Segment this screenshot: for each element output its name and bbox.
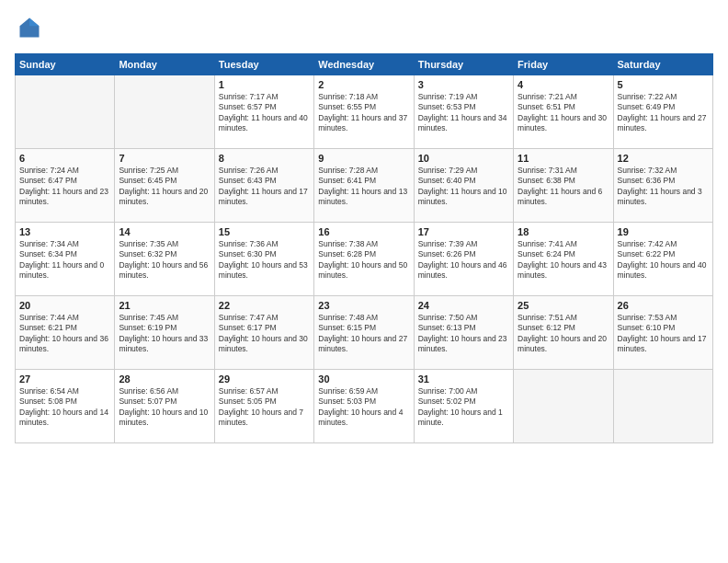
day-number: 21 — [119, 300, 210, 311]
day-info: Sunrise: 6:57 AM Sunset: 5:05 PM Dayligh… — [219, 386, 310, 429]
day-number: 8 — [219, 153, 310, 164]
day-info: Sunrise: 7:29 AM Sunset: 6:40 PM Dayligh… — [418, 166, 509, 208]
calendar-day-cell: 5Sunrise: 7:22 AM Sunset: 6:49 PM Daylig… — [613, 75, 712, 149]
weekday-header-cell: Saturday — [613, 54, 712, 75]
weekday-header-cell: Wednesday — [314, 54, 414, 75]
calendar-day-cell — [613, 370, 712, 443]
day-info: Sunrise: 7:31 AM Sunset: 6:38 PM Dayligh… — [518, 166, 609, 208]
day-info: Sunrise: 7:41 AM Sunset: 6:24 PM Dayligh… — [518, 239, 609, 282]
day-number: 4 — [518, 79, 609, 90]
calendar-day-cell: 13Sunrise: 7:34 AM Sunset: 6:34 PM Dayli… — [16, 223, 115, 296]
day-info: Sunrise: 7:18 AM Sunset: 6:55 PM Dayligh… — [318, 92, 409, 134]
calendar-day-cell: 15Sunrise: 7:36 AM Sunset: 6:30 PM Dayli… — [214, 223, 313, 296]
day-info: Sunrise: 7:48 AM Sunset: 6:15 PM Dayligh… — [318, 313, 409, 355]
calendar-day-cell: 26Sunrise: 7:53 AM Sunset: 6:10 PM Dayli… — [613, 296, 712, 370]
calendar-day-cell: 14Sunrise: 7:35 AM Sunset: 6:32 PM Dayli… — [115, 223, 214, 296]
day-info: Sunrise: 7:24 AM Sunset: 6:47 PM Dayligh… — [19, 166, 110, 208]
calendar-day-cell: 22Sunrise: 7:47 AM Sunset: 6:17 PM Dayli… — [214, 296, 313, 370]
calendar-week-row: 27Sunrise: 6:54 AM Sunset: 5:08 PM Dayli… — [16, 370, 713, 443]
calendar-week-row: 6Sunrise: 7:24 AM Sunset: 6:47 PM Daylig… — [16, 149, 713, 223]
calendar-day-cell — [16, 75, 115, 149]
day-number: 13 — [19, 226, 110, 237]
calendar-day-cell: 1Sunrise: 7:17 AM Sunset: 6:57 PM Daylig… — [214, 75, 313, 149]
weekday-header-cell: Thursday — [414, 54, 513, 75]
day-number: 18 — [518, 226, 609, 237]
day-number: 22 — [219, 300, 310, 311]
day-number: 19 — [618, 226, 709, 237]
day-number: 29 — [219, 373, 310, 385]
calendar-day-cell: 27Sunrise: 6:54 AM Sunset: 5:08 PM Dayli… — [16, 370, 115, 443]
calendar-day-cell: 31Sunrise: 7:00 AM Sunset: 5:02 PM Dayli… — [414, 370, 513, 443]
day-number: 6 — [19, 153, 110, 164]
day-info: Sunrise: 7:38 AM Sunset: 6:28 PM Dayligh… — [318, 239, 409, 282]
day-number: 2 — [318, 79, 409, 90]
day-number: 30 — [318, 373, 409, 385]
calendar-day-cell: 12Sunrise: 7:32 AM Sunset: 6:36 PM Dayli… — [613, 149, 712, 223]
day-info: Sunrise: 6:59 AM Sunset: 5:03 PM Dayligh… — [318, 386, 409, 429]
day-number: 12 — [618, 153, 709, 164]
calendar-day-cell: 6Sunrise: 7:24 AM Sunset: 6:47 PM Daylig… — [16, 149, 115, 223]
weekday-header-cell: Friday — [514, 54, 613, 75]
calendar-day-cell: 30Sunrise: 6:59 AM Sunset: 5:03 PM Dayli… — [314, 370, 414, 443]
day-info: Sunrise: 7:32 AM Sunset: 6:36 PM Dayligh… — [618, 166, 709, 208]
day-info: Sunrise: 6:54 AM Sunset: 5:08 PM Dayligh… — [19, 386, 110, 429]
calendar-day-cell: 29Sunrise: 6:57 AM Sunset: 5:05 PM Dayli… — [214, 370, 313, 443]
calendar-day-cell: 10Sunrise: 7:29 AM Sunset: 6:40 PM Dayli… — [414, 149, 513, 223]
day-number: 15 — [219, 226, 310, 237]
day-number: 26 — [618, 300, 709, 311]
day-info: Sunrise: 7:25 AM Sunset: 6:45 PM Dayligh… — [119, 166, 210, 208]
day-info: Sunrise: 7:44 AM Sunset: 6:21 PM Dayligh… — [19, 313, 110, 355]
day-number: 14 — [119, 226, 210, 237]
day-number: 3 — [418, 79, 509, 90]
logo — [15, 15, 46, 44]
day-number: 16 — [318, 226, 409, 237]
calendar-day-cell: 8Sunrise: 7:26 AM Sunset: 6:43 PM Daylig… — [214, 149, 313, 223]
calendar-day-cell: 20Sunrise: 7:44 AM Sunset: 6:21 PM Dayli… — [16, 296, 115, 370]
calendar-day-cell — [115, 75, 214, 149]
day-info: Sunrise: 7:17 AM Sunset: 6:57 PM Dayligh… — [219, 92, 310, 134]
day-info: Sunrise: 7:39 AM Sunset: 6:26 PM Dayligh… — [418, 239, 509, 282]
calendar-day-cell: 18Sunrise: 7:41 AM Sunset: 6:24 PM Dayli… — [514, 223, 613, 296]
day-info: Sunrise: 7:51 AM Sunset: 6:12 PM Dayligh… — [518, 313, 609, 355]
day-number: 11 — [518, 153, 609, 164]
day-number: 5 — [618, 79, 709, 90]
day-info: Sunrise: 7:22 AM Sunset: 6:49 PM Dayligh… — [618, 92, 709, 134]
weekday-header: SundayMondayTuesdayWednesdayThursdayFrid… — [16, 54, 713, 75]
day-number: 7 — [119, 153, 210, 164]
day-info: Sunrise: 7:36 AM Sunset: 6:30 PM Dayligh… — [219, 239, 310, 282]
weekday-header-cell: Monday — [115, 54, 214, 75]
weekday-header-cell: Tuesday — [214, 54, 313, 75]
calendar-day-cell: 28Sunrise: 6:56 AM Sunset: 5:07 PM Dayli… — [115, 370, 214, 443]
calendar-day-cell: 17Sunrise: 7:39 AM Sunset: 6:26 PM Dayli… — [414, 223, 513, 296]
day-number: 9 — [318, 153, 409, 164]
calendar-day-cell: 7Sunrise: 7:25 AM Sunset: 6:45 PM Daylig… — [115, 149, 214, 223]
calendar-week-row: 1Sunrise: 7:17 AM Sunset: 6:57 PM Daylig… — [16, 75, 713, 149]
day-info: Sunrise: 7:35 AM Sunset: 6:32 PM Dayligh… — [119, 239, 210, 282]
calendar-table: SundayMondayTuesdayWednesdayThursdayFrid… — [15, 53, 713, 443]
calendar-day-cell: 16Sunrise: 7:38 AM Sunset: 6:28 PM Dayli… — [314, 223, 414, 296]
day-info: Sunrise: 6:56 AM Sunset: 5:07 PM Dayligh… — [119, 386, 210, 429]
day-info: Sunrise: 7:34 AM Sunset: 6:34 PM Dayligh… — [19, 239, 110, 282]
day-number: 17 — [418, 226, 509, 237]
calendar-day-cell: 24Sunrise: 7:50 AM Sunset: 6:13 PM Dayli… — [414, 296, 513, 370]
day-info: Sunrise: 7:53 AM Sunset: 6:10 PM Dayligh… — [618, 313, 709, 355]
day-info: Sunrise: 7:28 AM Sunset: 6:41 PM Dayligh… — [318, 166, 409, 208]
day-number: 27 — [19, 373, 110, 385]
day-number: 1 — [219, 79, 310, 90]
calendar-body: 1Sunrise: 7:17 AM Sunset: 6:57 PM Daylig… — [16, 75, 713, 443]
day-number: 28 — [119, 373, 210, 385]
calendar-week-row: 13Sunrise: 7:34 AM Sunset: 6:34 PM Dayli… — [16, 223, 713, 296]
calendar-container: SundayMondayTuesdayWednesdayThursdayFrid… — [0, 0, 728, 451]
calendar-day-cell: 11Sunrise: 7:31 AM Sunset: 6:38 PM Dayli… — [514, 149, 613, 223]
calendar-day-cell: 2Sunrise: 7:18 AM Sunset: 6:55 PM Daylig… — [314, 75, 414, 149]
day-info: Sunrise: 7:26 AM Sunset: 6:43 PM Dayligh… — [219, 166, 310, 208]
day-number: 25 — [518, 300, 609, 311]
weekday-header-cell: Sunday — [16, 54, 115, 75]
day-number: 24 — [418, 300, 509, 311]
day-number: 23 — [318, 300, 409, 311]
day-number: 20 — [19, 300, 110, 311]
calendar-day-cell: 19Sunrise: 7:42 AM Sunset: 6:22 PM Dayli… — [613, 223, 712, 296]
calendar-day-cell: 21Sunrise: 7:45 AM Sunset: 6:19 PM Dayli… — [115, 296, 214, 370]
day-info: Sunrise: 7:00 AM Sunset: 5:02 PM Dayligh… — [418, 386, 509, 429]
svg-marker-1 — [29, 18, 40, 27]
